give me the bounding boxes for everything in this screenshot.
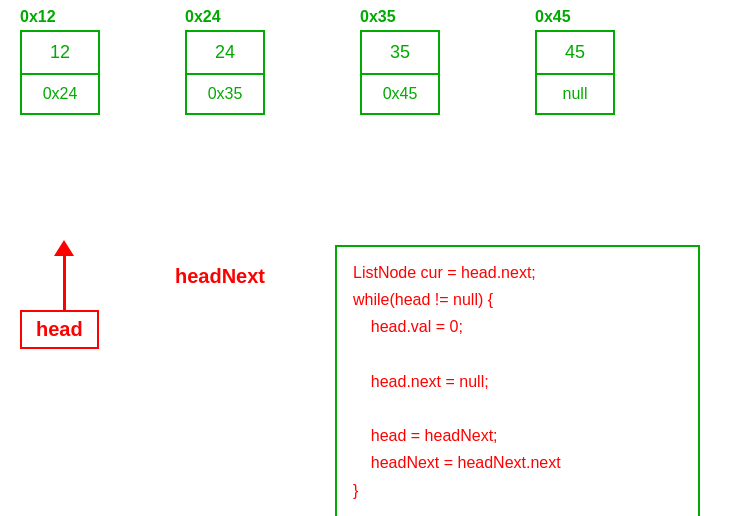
node2-next: 0x35 <box>187 75 263 113</box>
code-line-5: head.next = null; <box>353 368 682 395</box>
node4: 45 null <box>535 30 615 115</box>
node1-next: 0x24 <box>22 75 98 113</box>
code-line-2: while(head != null) { <box>353 286 682 313</box>
node2: 24 0x35 <box>185 30 265 115</box>
head-box: head <box>20 310 99 349</box>
code-box: ListNode cur = head.next; while(head != … <box>335 245 700 516</box>
node2-label: 0x24 <box>185 8 221 26</box>
headnext-label: headNext <box>175 265 265 288</box>
node3-next: 0x45 <box>362 75 438 113</box>
head-label: head <box>36 318 83 340</box>
code-line-7: head = headNext; <box>353 422 682 449</box>
node1: 12 0x24 <box>20 30 100 115</box>
code-line-4 <box>353 341 682 368</box>
code-line-9: } <box>353 477 682 504</box>
diagram-area: 0x12 12 0x24 0x24 24 0x35 0x35 35 0x45 0… <box>0 0 734 516</box>
code-line-1: ListNode cur = head.next; <box>353 259 682 286</box>
node4-next: null <box>537 75 613 113</box>
arrow-head-icon <box>54 240 74 256</box>
node3-label: 0x35 <box>360 8 396 26</box>
code-line-8: headNext = headNext.next <box>353 449 682 476</box>
node2-value: 24 <box>187 32 263 75</box>
code-line-6 <box>353 395 682 422</box>
code-line-3: head.val = 0; <box>353 313 682 340</box>
head-arrow <box>54 240 74 310</box>
arrow-shaft <box>63 256 66 310</box>
node4-label: 0x45 <box>535 8 571 26</box>
node4-value: 45 <box>537 32 613 75</box>
node1-label: 0x12 <box>20 8 56 26</box>
node1-value: 12 <box>22 32 98 75</box>
node3-value: 35 <box>362 32 438 75</box>
node3: 35 0x45 <box>360 30 440 115</box>
